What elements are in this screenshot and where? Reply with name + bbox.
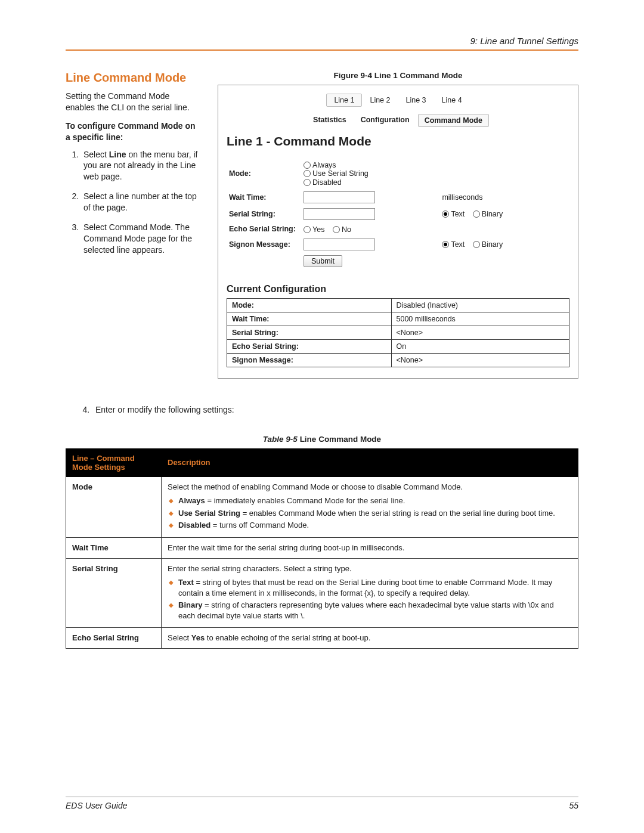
step-4: Enter or modify the following settings: — [92, 405, 578, 414]
row-serial-desc: Enter the serial string characters. Sele… — [162, 558, 578, 628]
chapter-header: 9: Line and Tunnel Settings — [66, 36, 578, 46]
col2-header: Description — [162, 448, 578, 476]
section-subhead: To configure Command Mode on a specific … — [66, 120, 200, 143]
subtabs: Statistics Configuration Command Mode — [227, 114, 569, 127]
cc-k-3: Echo Serial String: — [227, 339, 392, 353]
serial-input[interactable] — [304, 208, 375, 220]
table-caption: Table 9-5 Line Command Mode — [66, 435, 578, 444]
footer-page: 55 — [569, 801, 578, 810]
page-title: Line 1 - Command Mode — [227, 134, 569, 148]
cc-k-4: Signon Message: — [227, 353, 392, 367]
echo-no: No — [342, 225, 351, 234]
row-mode-desc: Select the method of enabling Command Mo… — [162, 476, 578, 537]
line-tab-1[interactable]: Line 1 — [326, 94, 362, 107]
cc-k-2: Serial String: — [227, 326, 392, 339]
mode-radio-disabled[interactable] — [304, 179, 311, 186]
signon-type-binary: Binary — [482, 240, 503, 249]
cc-v-2: <None> — [391, 326, 569, 339]
line-tab-4[interactable]: Line 4 — [434, 94, 470, 107]
row-serial-label: Serial String — [66, 558, 162, 628]
subtab-command-mode[interactable]: Command Mode — [418, 114, 489, 127]
section-intro: Setting the Command Mode enables the CLI… — [66, 91, 200, 113]
wait-label: Wait Time: — [227, 189, 301, 206]
step-1: Select Line on the menu bar, if you are … — [81, 149, 200, 183]
wait-unit: milliseconds — [439, 189, 569, 206]
footer-left: EDS User Guide — [66, 801, 127, 810]
signon-type-text: Text — [451, 240, 465, 249]
figure-caption: Figure 9-4 Line 1 Command Mode — [218, 71, 578, 80]
line-tab-3[interactable]: Line 3 — [398, 94, 434, 107]
subtab-statistics[interactable]: Statistics — [307, 114, 352, 127]
line-tab-2[interactable]: Line 2 — [362, 94, 398, 107]
row-wait-desc: Enter the wait time for the serial strin… — [162, 538, 578, 559]
row-echo-label: Echo Serial String — [66, 628, 162, 649]
cc-v-3: On — [391, 339, 569, 353]
row-mode-label: Mode — [66, 476, 162, 537]
mode-option-always: Always — [312, 161, 336, 169]
step-3: Select Command Mode. The Command Mode pa… — [81, 222, 200, 256]
header-rule — [66, 49, 578, 51]
serial-type-binary-radio[interactable] — [473, 210, 480, 218]
cc-v-1: 5000 milliseconds — [391, 312, 569, 326]
signon-type-text-radio[interactable] — [442, 241, 449, 248]
description-table: Line – Command Mode Settings Description… — [66, 448, 578, 649]
mode-option-serial: Use Serial String — [312, 169, 369, 178]
serial-type-text-radio[interactable] — [442, 210, 449, 218]
serial-type-binary: Binary — [482, 210, 503, 218]
subtab-configuration[interactable]: Configuration — [355, 114, 416, 127]
cc-v-0: Disabled (Inactive) — [391, 298, 569, 312]
signon-type-binary-radio[interactable] — [473, 241, 480, 248]
wait-input[interactable] — [304, 191, 375, 203]
figure-screenshot: Line 1 Line 2 Line 3 Line 4 Statistics C… — [218, 85, 578, 379]
echo-yes-radio[interactable] — [304, 226, 311, 233]
serial-type-text: Text — [451, 210, 465, 218]
row-echo-desc: Select Yes to enable echoing of the seri… — [162, 628, 578, 649]
mode-radio-always[interactable] — [304, 162, 311, 169]
mode-radio-serial[interactable] — [304, 170, 311, 177]
line-tabs: Line 1 Line 2 Line 3 Line 4 — [227, 94, 569, 107]
step-2: Select a line number at the top of the p… — [81, 191, 200, 213]
section-title: Line Command Mode — [66, 71, 200, 85]
cc-k-1: Wait Time: — [227, 312, 392, 326]
row-wait-label: Wait Time — [66, 538, 162, 559]
submit-button[interactable]: Submit — [304, 255, 342, 267]
current-config-table: Mode:Disabled (Inactive) Wait Time:5000 … — [227, 298, 569, 367]
echo-label: Echo Serial String: — [227, 222, 301, 236]
footer-rule — [66, 797, 578, 797]
mode-option-disabled: Disabled — [312, 178, 342, 187]
echo-no-radio[interactable] — [333, 226, 340, 233]
signon-label: Signon Message: — [227, 236, 301, 253]
mode-label: Mode: — [227, 158, 301, 189]
cc-v-4: <None> — [391, 353, 569, 367]
col1-header: Line – Command Mode Settings — [66, 448, 162, 476]
cc-k-0: Mode: — [227, 298, 392, 312]
echo-yes: Yes — [312, 225, 324, 234]
current-config-title: Current Configuration — [227, 284, 569, 295]
signon-input[interactable] — [304, 239, 375, 250]
serial-label: Serial String: — [227, 206, 301, 222]
